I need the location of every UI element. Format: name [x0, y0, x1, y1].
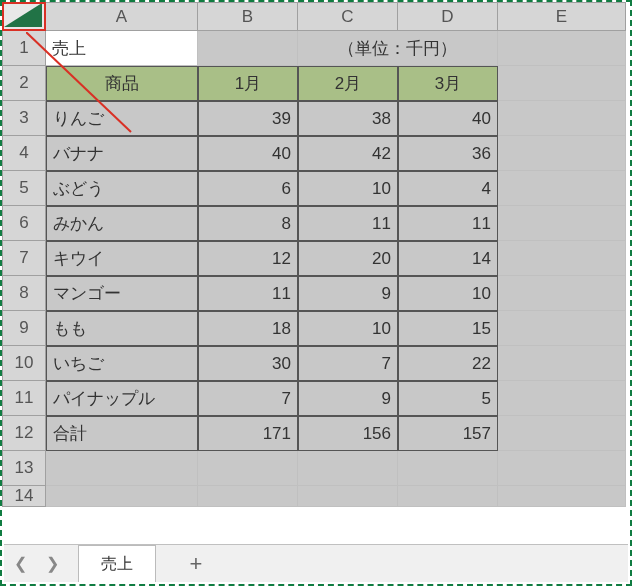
- cell-E5[interactable]: [498, 171, 626, 206]
- prev-sheet-button[interactable]: ❮: [4, 545, 36, 582]
- row-header-2[interactable]: 2: [2, 66, 46, 101]
- next-sheet-button[interactable]: ❯: [36, 545, 68, 582]
- row-header-13[interactable]: 13: [2, 451, 46, 486]
- table-row[interactable]: みかん: [46, 206, 198, 241]
- row-header-11[interactable]: 11: [2, 381, 46, 416]
- row-header-1[interactable]: 1: [2, 31, 46, 66]
- cell-E3[interactable]: [498, 101, 626, 136]
- cell-E11[interactable]: [498, 381, 626, 416]
- cell-header-product[interactable]: 商品: [46, 66, 198, 101]
- table-row[interactable]: 8: [198, 206, 298, 241]
- row-header-4[interactable]: 4: [2, 136, 46, 171]
- row-header-9[interactable]: 9: [2, 311, 46, 346]
- table-row[interactable]: 20: [298, 241, 398, 276]
- plus-icon: +: [190, 551, 203, 577]
- row-header-14[interactable]: 14: [2, 486, 46, 507]
- table-row[interactable]: りんご: [46, 101, 198, 136]
- cell-D14[interactable]: [398, 486, 498, 507]
- cell-B13[interactable]: [198, 451, 298, 486]
- sheet-tab-bar: ❮ ❯ 売上 +: [4, 544, 628, 582]
- table-row[interactable]: 9: [298, 276, 398, 311]
- col-header-E[interactable]: E: [498, 2, 626, 31]
- table-row[interactable]: 6: [198, 171, 298, 206]
- table-row[interactable]: 14: [398, 241, 498, 276]
- table-row[interactable]: 7: [298, 346, 398, 381]
- row-header-6[interactable]: 6: [2, 206, 46, 241]
- table-row[interactable]: キウイ: [46, 241, 198, 276]
- cell-E4[interactable]: [498, 136, 626, 171]
- table-row[interactable]: 11: [298, 206, 398, 241]
- cell-header-m2[interactable]: 2月: [298, 66, 398, 101]
- cell-C14[interactable]: [298, 486, 398, 507]
- cell-E13[interactable]: [498, 451, 626, 486]
- table-row[interactable]: 7: [198, 381, 298, 416]
- col-header-B[interactable]: B: [198, 2, 298, 31]
- cell-A1[interactable]: 売上: [46, 31, 198, 66]
- table-row[interactable]: 11: [198, 276, 298, 311]
- table-row[interactable]: いちご: [46, 346, 198, 381]
- cell-E14[interactable]: [498, 486, 626, 507]
- cell-header-m1[interactable]: 1月: [198, 66, 298, 101]
- table-row[interactable]: 10: [398, 276, 498, 311]
- cell-B14[interactable]: [198, 486, 298, 507]
- table-row[interactable]: 18: [198, 311, 298, 346]
- cell-header-m3[interactable]: 3月: [398, 66, 498, 101]
- table-row[interactable]: 11: [398, 206, 498, 241]
- table-row[interactable]: 4: [398, 171, 498, 206]
- table-row[interactable]: 10: [298, 311, 398, 346]
- table-row[interactable]: 10: [298, 171, 398, 206]
- table-row[interactable]: 9: [298, 381, 398, 416]
- spreadsheet-grid[interactable]: A B C D E 1 売上 （単位：千円） 2 商品 1月 2月 3月 3 り…: [2, 2, 630, 507]
- table-row[interactable]: 157: [398, 416, 498, 451]
- table-row[interactable]: 22: [398, 346, 498, 381]
- table-row[interactable]: 40: [398, 101, 498, 136]
- cell-E2[interactable]: [498, 66, 626, 101]
- row-header-3[interactable]: 3: [2, 101, 46, 136]
- cell-C13[interactable]: [298, 451, 398, 486]
- table-row[interactable]: 40: [198, 136, 298, 171]
- chevron-right-icon: ❯: [46, 554, 59, 573]
- col-header-C[interactable]: C: [298, 2, 398, 31]
- table-row[interactable]: 156: [298, 416, 398, 451]
- row-header-5[interactable]: 5: [2, 171, 46, 206]
- table-row[interactable]: ぶどう: [46, 171, 198, 206]
- cell-E1[interactable]: [498, 31, 626, 66]
- cell-E8[interactable]: [498, 276, 626, 311]
- cell-A13[interactable]: [46, 451, 198, 486]
- row-header-8[interactable]: 8: [2, 276, 46, 311]
- cell-D13[interactable]: [398, 451, 498, 486]
- table-row[interactable]: 171: [198, 416, 298, 451]
- table-row[interactable]: バナナ: [46, 136, 198, 171]
- table-row[interactable]: パイナップル: [46, 381, 198, 416]
- cell-A14[interactable]: [46, 486, 198, 507]
- table-row[interactable]: 38: [298, 101, 398, 136]
- cell-E6[interactable]: [498, 206, 626, 241]
- cell-E12[interactable]: [498, 416, 626, 451]
- add-sheet-button[interactable]: +: [176, 551, 216, 577]
- table-row[interactable]: 39: [198, 101, 298, 136]
- row-header-7[interactable]: 7: [2, 241, 46, 276]
- table-row[interactable]: マンゴー: [46, 276, 198, 311]
- table-row[interactable]: 5: [398, 381, 498, 416]
- table-row[interactable]: 12: [198, 241, 298, 276]
- table-row[interactable]: 36: [398, 136, 498, 171]
- cell-B1[interactable]: [198, 31, 298, 66]
- sheet-tab-active[interactable]: 売上: [78, 545, 156, 582]
- cell-E9[interactable]: [498, 311, 626, 346]
- cell-E7[interactable]: [498, 241, 626, 276]
- col-header-D[interactable]: D: [398, 2, 498, 31]
- table-row[interactable]: 合計: [46, 416, 198, 451]
- col-header-A[interactable]: A: [46, 2, 198, 31]
- row-header-12[interactable]: 12: [2, 416, 46, 451]
- table-row[interactable]: もも: [46, 311, 198, 346]
- table-row[interactable]: 15: [398, 311, 498, 346]
- chevron-left-icon: ❮: [14, 554, 27, 573]
- row-header-10[interactable]: 10: [2, 346, 46, 381]
- select-all-corner[interactable]: [2, 2, 46, 31]
- cell-E10[interactable]: [498, 346, 626, 381]
- cell-unit-label[interactable]: （単位：千円）: [298, 31, 498, 66]
- table-row[interactable]: 42: [298, 136, 398, 171]
- table-row[interactable]: 30: [198, 346, 298, 381]
